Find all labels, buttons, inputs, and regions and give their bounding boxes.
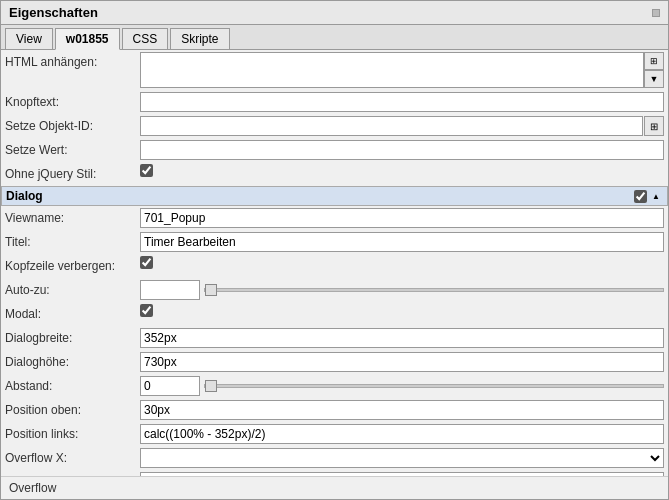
control-titel <box>140 232 664 252</box>
control-html-anhaengen: ⊞ ▼ <box>140 52 664 88</box>
row-dialogbreite: Dialogbreite: <box>1 326 668 350</box>
label-viewname: Viewname: <box>5 208 140 228</box>
row-abstand: Abstand: <box>1 374 668 398</box>
title-controls <box>652 9 660 17</box>
row-position-oben: Position oben: <box>1 398 668 422</box>
html-anhaengen-input[interactable] <box>140 52 644 88</box>
row-auto-zu: Auto-zu: <box>1 278 668 302</box>
control-viewname <box>140 208 664 228</box>
control-dialoghoehe <box>140 352 664 372</box>
label-titel: Titel: <box>5 232 140 252</box>
control-modal <box>140 304 664 317</box>
label-auto-zu: Auto-zu: <box>5 280 140 300</box>
tab-view[interactable]: View <box>5 28 53 49</box>
dialog-section-header: Dialog ▲ <box>1 186 668 206</box>
control-auto-zu <box>140 280 664 300</box>
control-setze-objekt-id: ⊞ <box>140 116 664 136</box>
tab-bar: View w01855 CSS Skripte <box>1 25 668 50</box>
objekt-id-btn[interactable]: ⊞ <box>644 116 664 136</box>
control-setze-wert <box>140 140 664 160</box>
setze-wert-input[interactable] <box>140 140 664 160</box>
tab-w01855[interactable]: w01855 <box>55 28 120 50</box>
form-content: HTML anhängen: ⊞ ▼ Knopftext: Setze Obje… <box>1 50 668 476</box>
abstand-slider[interactable] <box>204 384 664 388</box>
row-knopftext: Knopftext: <box>1 90 668 114</box>
html-right-controls: ⊞ ▼ <box>644 52 664 88</box>
dialog-section-checkbox[interactable] <box>634 190 647 203</box>
properties-window: Eigenschaften View w01855 CSS Skripte HT… <box>0 0 669 500</box>
row-ohne-jquery-stil: Ohne jQuery Stil: <box>1 162 668 186</box>
viewname-input[interactable] <box>140 208 664 228</box>
label-knopftext: Knopftext: <box>5 92 140 112</box>
tab-css[interactable]: CSS <box>122 28 169 49</box>
control-abstand <box>140 376 664 396</box>
position-links-input[interactable] <box>140 424 664 444</box>
control-ohne-jquery-stil <box>140 164 664 177</box>
label-overflow-x: Overflow X: <box>5 448 140 468</box>
control-kopfzeile-verbergen <box>140 256 664 269</box>
control-overflow-x: auto hidden scroll visible <box>140 448 664 468</box>
html-scroll-down[interactable]: ▼ <box>644 70 664 88</box>
title-dot <box>652 9 660 17</box>
label-abstand: Abstand: <box>5 376 140 396</box>
abstand-text[interactable] <box>140 376 200 396</box>
modal-checkbox[interactable] <box>140 304 153 317</box>
auto-zu-slider-container <box>140 280 664 300</box>
window-title: Eigenschaften <box>9 5 98 20</box>
row-kopfzeile-verbergen: Kopfzeile verbergen: <box>1 254 668 278</box>
control-knopftext <box>140 92 664 112</box>
control-position-oben <box>140 400 664 420</box>
control-position-links <box>140 424 664 444</box>
ohne-jquery-stil-checkbox[interactable] <box>140 164 153 177</box>
dialogbreite-input[interactable] <box>140 328 664 348</box>
html-textarea-wrap: ⊞ ▼ <box>140 52 664 88</box>
row-position-links: Position links: <box>1 422 668 446</box>
html-grid-icon[interactable]: ⊞ <box>644 52 664 70</box>
section-scroll-up[interactable]: ▲ <box>649 189 663 203</box>
kopfzeile-verbergen-checkbox[interactable] <box>140 256 153 269</box>
label-modal: Modal: <box>5 304 140 324</box>
label-position-links: Position links: <box>5 424 140 444</box>
label-kopfzeile-verbergen: Kopfzeile verbergen: <box>5 256 140 276</box>
label-ohne-jquery-stil: Ohne jQuery Stil: <box>5 164 140 184</box>
auto-zu-text[interactable] <box>140 280 200 300</box>
tab-skripte[interactable]: Skripte <box>170 28 229 49</box>
label-setze-objekt-id: Setze Objekt-ID: <box>5 116 140 136</box>
dialoghoehe-input[interactable] <box>140 352 664 372</box>
dialog-section-label: Dialog <box>6 189 43 203</box>
knopftext-input[interactable] <box>140 92 664 112</box>
position-oben-input[interactable] <box>140 400 664 420</box>
abstand-slider-container <box>140 376 664 396</box>
objekt-id-wrap: ⊞ <box>140 116 664 136</box>
control-dialogbreite <box>140 328 664 348</box>
row-html-anhaengen: HTML anhängen: ⊞ ▼ <box>1 50 668 90</box>
label-dialoghoehe: Dialoghöhe: <box>5 352 140 372</box>
title-bar: Eigenschaften <box>1 1 668 25</box>
section-header-controls: ▲ <box>634 189 663 203</box>
auto-zu-slider[interactable] <box>204 288 664 292</box>
row-setze-wert: Setze Wert: <box>1 138 668 162</box>
label-html-anhaengen: HTML anhängen: <box>5 52 140 72</box>
label-position-oben: Position oben: <box>5 400 140 420</box>
row-titel: Titel: <box>1 230 668 254</box>
bottom-overflow-label: Overflow <box>1 476 668 499</box>
row-setze-objekt-id: Setze Objekt-ID: ⊞ <box>1 114 668 138</box>
row-overflow-x: Overflow X: auto hidden scroll visible <box>1 446 668 470</box>
overflow-x-select[interactable]: auto hidden scroll visible <box>140 448 664 468</box>
titel-input[interactable] <box>140 232 664 252</box>
label-setze-wert: Setze Wert: <box>5 140 140 160</box>
row-viewname: Viewname: <box>1 206 668 230</box>
label-dialogbreite: Dialogbreite: <box>5 328 140 348</box>
row-modal: Modal: <box>1 302 668 326</box>
row-dialoghoehe: Dialoghöhe: <box>1 350 668 374</box>
setze-objekt-id-input[interactable] <box>140 116 643 136</box>
